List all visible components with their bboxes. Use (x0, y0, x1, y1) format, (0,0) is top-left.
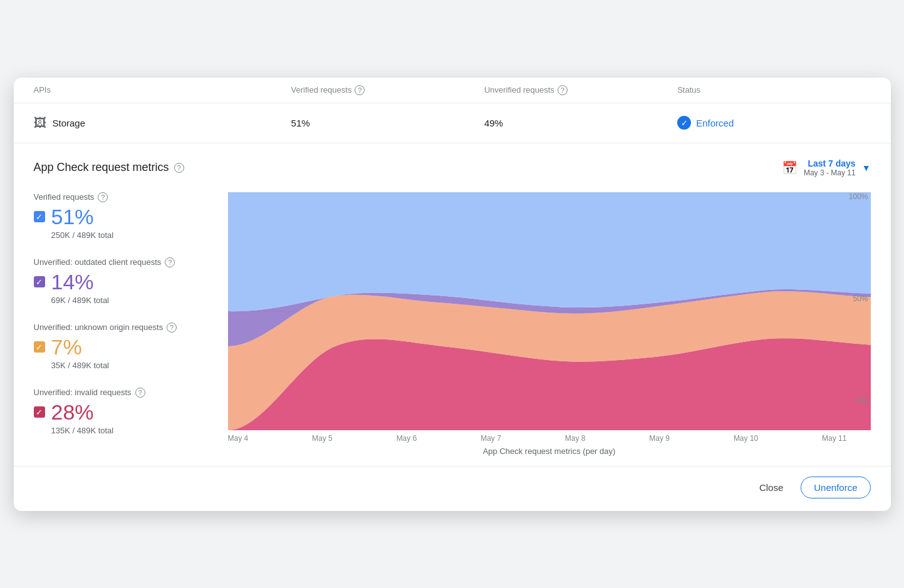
metrics-section: App Check request metrics ? 📅 Last 7 day… (14, 143, 891, 466)
enforced-check-icon: ✓ (677, 116, 691, 130)
legend-item-0: Verified requests ? ✓ 51% 250K / 489K to… (34, 192, 213, 240)
legend-help-icon-2[interactable]: ? (167, 322, 177, 333)
table-header: APIs Verified requests ? Unverified requ… (14, 78, 891, 103)
chevron-down-icon: ▼ (862, 163, 871, 173)
legend-total-0: 250K / 489K total (51, 230, 213, 240)
enforced-label: Enforced (696, 118, 734, 128)
date-range-label: Last 7 days (804, 158, 856, 168)
legend-checkbox-3[interactable]: ✓ (34, 406, 45, 418)
chart-x-labels: May 4May 5May 6May 7May 8May 9May 10May … (228, 430, 871, 443)
date-picker[interactable]: 📅 Last 7 days May 3 - May 11 ▼ (782, 158, 871, 177)
legend-pct-row-3: ✓ 28% (34, 400, 213, 425)
col-apis: APIs (34, 85, 291, 95)
legend-help-icon-1[interactable]: ? (165, 257, 175, 267)
x-label-7: May 11 (822, 434, 846, 443)
chart-y-labels: 100% 50% 0% (849, 192, 871, 405)
storage-verified-pct: 51% (291, 118, 484, 128)
x-label-2: May 6 (397, 434, 417, 443)
legend-pct-0: 51% (51, 205, 94, 229)
date-range-text: Last 7 days May 3 - May 11 (804, 158, 856, 177)
col-unverified: Unverified requests ? (484, 85, 677, 95)
legend-help-icon-0[interactable]: ? (98, 192, 108, 202)
main-dialog: APIs Verified requests ? Unverified requ… (14, 78, 891, 511)
calendar-icon: 📅 (782, 160, 797, 175)
legend-pct-row-0: ✓ 51% (34, 205, 213, 229)
legend-checkbox-0[interactable]: ✓ (34, 211, 45, 222)
y-label-50: 50% (853, 294, 868, 303)
legend-item-3: Unverified: invalid requests ? ✓ 28% 135… (34, 388, 213, 435)
col-status: Status (677, 85, 870, 95)
legend-checkbox-1[interactable]: ✓ (34, 276, 45, 287)
legend-label-1: Unverified: outdated client requests ? (34, 257, 213, 267)
legend-total-3: 135K / 489K total (51, 426, 213, 435)
close-button[interactable]: Close (749, 477, 793, 498)
x-label-3: May 7 (481, 434, 501, 443)
col-status-label: Status (677, 85, 700, 95)
legend-pct-2: 7% (51, 335, 82, 359)
y-label-100: 100% (849, 192, 868, 201)
verified-help-icon[interactable]: ? (355, 85, 365, 95)
unenforce-button[interactable]: Unenforce (801, 477, 870, 498)
legend-label-3: Unverified: invalid requests ? (34, 388, 213, 398)
metrics-title-text: App Check request metrics (34, 161, 169, 174)
metrics-header: App Check request metrics ? 📅 Last 7 day… (34, 158, 871, 177)
unverified-help-icon[interactable]: ? (558, 85, 568, 95)
legend-item-1: Unverified: outdated client requests ? ✓… (34, 257, 213, 305)
legend-pct-row-1: ✓ 14% (34, 270, 213, 294)
enforced-badge: ✓ Enforced (677, 116, 870, 130)
storage-unverified-pct: 49% (484, 118, 677, 128)
legend-pct-3: 28% (51, 400, 94, 425)
x-label-1: May 5 (312, 434, 333, 443)
legend-label-2: Unverified: unknown origin requests ? (34, 322, 213, 333)
metrics-title: App Check request metrics ? (34, 161, 184, 174)
col-verified: Verified requests ? (291, 85, 484, 95)
x-label-5: May 9 (649, 434, 670, 443)
area-chart (228, 192, 871, 430)
legend-pct-row-2: ✓ 7% (34, 335, 213, 359)
metrics-body: Verified requests ? ✓ 51% 250K / 489K to… (34, 192, 871, 466)
col-unverified-label: Unverified requests (484, 85, 554, 95)
storage-row: 🖼 Storage 51% 49% ✓ Enforced (14, 103, 891, 143)
col-apis-label: APIs (34, 85, 51, 95)
x-label-6: May 10 (734, 434, 758, 443)
legend-checkbox-2[interactable]: ✓ (34, 341, 45, 353)
storage-label: Storage (53, 118, 86, 128)
chart-caption: App Check request metrics (per day) (228, 446, 871, 466)
legend-label-0: Verified requests ? (34, 192, 213, 202)
chart-legend: Verified requests ? ✓ 51% 250K / 489K to… (34, 192, 228, 466)
col-verified-label: Verified requests (291, 85, 352, 95)
legend-item-2: Unverified: unknown origin requests ? ✓ … (34, 322, 213, 370)
legend-pct-1: 14% (51, 270, 94, 294)
x-label-0: May 4 (228, 434, 249, 443)
x-label-4: May 8 (565, 434, 586, 443)
chart-container: 100% 50% 0% (228, 192, 871, 430)
storage-icon: 🖼 (34, 116, 46, 130)
legend-total-1: 69K / 489K total (51, 296, 213, 305)
y-label-0: 0% (857, 396, 868, 405)
legend-help-icon-3[interactable]: ? (135, 388, 145, 398)
dialog-footer: Close Unenforce (14, 466, 891, 511)
chart-area: 100% 50% 0% (228, 192, 871, 466)
date-range-sub: May 3 - May 11 (804, 168, 856, 177)
storage-name-cell: 🖼 Storage (34, 116, 291, 130)
legend-total-2: 35K / 489K total (51, 361, 213, 370)
metrics-help-icon[interactable]: ? (174, 163, 184, 173)
